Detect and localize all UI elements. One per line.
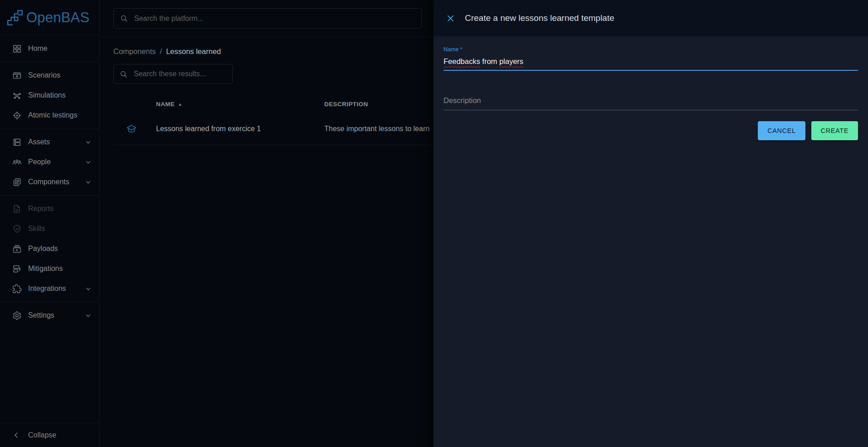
sidebar-item-label: Settings <box>28 311 84 319</box>
sidebar-item-label: Mitigations <box>28 265 92 273</box>
document-icon <box>12 204 22 214</box>
sidebar-item-simulations[interactable]: Simulations <box>0 85 99 105</box>
search-icon <box>119 70 128 79</box>
brand-name: OpenBAS <box>26 10 89 26</box>
sidebar: OpenBAS Home Scenarios Simulatio <box>0 0 100 447</box>
close-icon <box>446 14 455 23</box>
openbas-maze-icon <box>5 8 24 27</box>
name-value-part: from <box>480 57 499 65</box>
name-value-part: players <box>499 57 523 65</box>
breadcrumb-separator: / <box>160 47 162 56</box>
nav-group-entities: Assets People Components <box>0 129 99 195</box>
puzzle-icon <box>12 284 22 294</box>
sidebar-item-label: Simulations <box>28 91 92 99</box>
sidebar-item-skills: Skills <box>0 219 99 239</box>
breadcrumb-current: Lessons learned <box>166 47 221 56</box>
subscriptions-icon <box>12 244 22 254</box>
header-name[interactable]: NAME ▲ <box>156 101 324 108</box>
sidebar-item-scenarios[interactable]: Scenarios <box>0 65 99 85</box>
results-search[interactable] <box>113 64 233 84</box>
dashboard-icon <box>12 44 22 54</box>
collapse-label: Collapse <box>28 431 92 439</box>
sort-asc-icon: ▲ <box>178 102 182 107</box>
sidebar-item-atomic-testings[interactable]: Atomic testings <box>0 105 99 125</box>
chevron-down-icon[interactable] <box>84 138 92 146</box>
cancel-button[interactable]: CANCEL <box>758 121 805 140</box>
openbas-logo[interactable]: OpenBAS <box>0 0 99 35</box>
school-icon <box>126 123 137 134</box>
library-icon <box>12 177 22 187</box>
chevron-down-icon[interactable] <box>84 285 92 293</box>
name-field-label: Name * <box>444 46 858 53</box>
sidebar-item-label: Reports <box>28 205 92 213</box>
breadcrumb-parent[interactable]: Components <box>113 47 156 56</box>
search-icon <box>120 14 128 23</box>
people-icon <box>12 157 22 167</box>
name-field: Name * Feedbacks from players <box>444 46 858 71</box>
nav-group-resources: Reports Skills Payloads Mitigations <box>0 196 99 302</box>
header-description-label: DESCRIPTION <box>324 101 368 108</box>
server-bolt-icon <box>12 264 22 274</box>
nav-group-main: Home <box>0 35 99 62</box>
drawer-actions: CANCEL CREATE <box>444 121 858 140</box>
name-input[interactable]: Feedbacks from players <box>444 57 858 71</box>
sidebar-item-label: Assets <box>28 138 84 146</box>
sidebar-item-assets[interactable]: Assets <box>0 132 99 152</box>
chevron-down-icon[interactable] <box>84 312 92 319</box>
row-name: Lessons learned from exercice 1 <box>156 125 324 133</box>
create-button[interactable]: CREATE <box>811 121 858 140</box>
drawer-body: Name * Feedbacks from players Descriptio… <box>434 36 868 140</box>
chevron-left-icon <box>12 431 20 439</box>
movie-icon <box>12 71 22 80</box>
platform-search[interactable] <box>113 8 422 29</box>
sidebar-item-label: Integrations <box>28 285 84 293</box>
drawer-header: Create a new lessons learned template <box>434 0 868 36</box>
sidebar-footer: Collapse <box>0 423 99 447</box>
sidebar-item-integrations[interactable]: Integrations <box>0 279 99 299</box>
hub-icon <box>12 91 22 100</box>
description-placeholder: Description <box>444 96 481 104</box>
target-icon <box>12 111 22 120</box>
sidebar-item-settings[interactable]: Settings <box>0 305 99 325</box>
sidebar-item-label: People <box>28 158 84 166</box>
name-value-part: Feedbacks <box>444 57 480 65</box>
sidebar-item-home[interactable]: Home <box>0 39 99 59</box>
gear-icon <box>12 311 22 320</box>
nav-group-settings: Settings <box>0 302 99 329</box>
nav-group-operations: Scenarios Simulations Atomic testings <box>0 62 99 128</box>
close-drawer-button[interactable] <box>442 10 459 27</box>
create-template-drawer: Create a new lessons learned template Na… <box>434 0 868 447</box>
row-icon-cell <box>113 123 156 134</box>
chevron-down-icon[interactable] <box>84 178 92 186</box>
servers-icon <box>12 138 22 147</box>
collapse-sidebar-button[interactable]: Collapse <box>0 423 99 447</box>
sidebar-item-components[interactable]: Components <box>0 172 99 192</box>
sidebar-item-label: Scenarios <box>28 71 92 79</box>
sidebar-item-label: Payloads <box>28 245 92 253</box>
chevron-down-icon[interactable] <box>84 158 92 166</box>
sidebar-item-label: Skills <box>28 225 92 233</box>
sidebar-item-mitigations[interactable]: Mitigations <box>0 259 99 279</box>
shield-check-icon <box>12 224 22 234</box>
sidebar-item-people[interactable]: People <box>0 152 99 172</box>
sidebar-item-payloads[interactable]: Payloads <box>0 239 99 259</box>
sidebar-item-label: Atomic testings <box>28 111 92 119</box>
sidebar-item-label: Components <box>28 178 84 186</box>
platform-search-input[interactable] <box>133 14 415 23</box>
sidebar-item-label: Home <box>28 44 92 53</box>
results-search-input[interactable] <box>133 69 227 79</box>
sidebar-item-reports: Reports <box>0 199 99 219</box>
drawer-title: Create a new lessons learned template <box>465 13 614 23</box>
header-name-label: NAME <box>156 101 175 108</box>
description-input[interactable]: Description <box>444 96 858 110</box>
